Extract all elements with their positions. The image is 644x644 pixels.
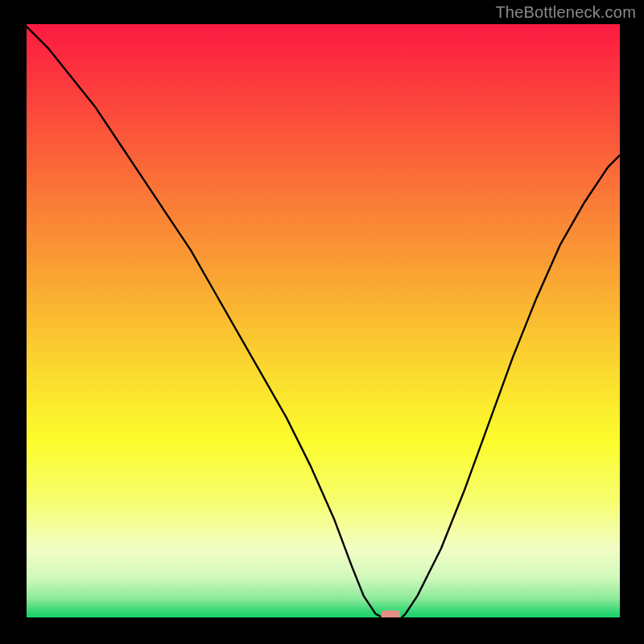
- watermark-text: TheBottleneck.com: [495, 3, 636, 22]
- chart-background: [24, 24, 620, 620]
- optimal-marker: [381, 610, 400, 620]
- chart-container: TheBottleneck.com: [0, 0, 644, 644]
- bottleneck-chart: [24, 24, 620, 620]
